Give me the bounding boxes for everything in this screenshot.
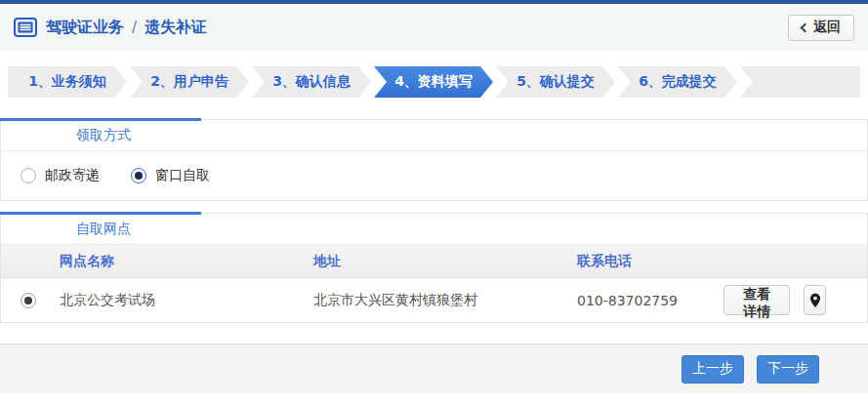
service-list-icon	[14, 18, 37, 37]
footer-action-bar: 上一步 下一步	[0, 344, 868, 393]
option-label: 邮政寄递	[45, 167, 100, 184]
location-pin-icon	[809, 293, 821, 308]
pickup-method-panel: 领取方式 邮政寄递 窗口自取	[0, 119, 868, 201]
chevron-left-icon	[801, 23, 810, 33]
wizard-step-label: 5、确认提交	[517, 73, 595, 91]
wizard-step-label: 4、资料填写	[394, 73, 473, 91]
radio-selected-icon[interactable]	[131, 168, 146, 183]
radio-unselected-icon[interactable]	[21, 168, 36, 183]
prev-step-button[interactable]: 上一步	[682, 355, 744, 384]
wizard-step-5[interactable]: 5、确认提交	[496, 66, 615, 98]
wizard-step-4-active[interactable]: 4、资料填写	[374, 66, 493, 98]
outlets-table-header: 网点名称 地址 联系电话	[1, 245, 867, 278]
back-button[interactable]: 返回	[788, 15, 854, 41]
wizard-step-3[interactable]: 3、确认信息	[252, 66, 371, 98]
wizard-step-1[interactable]: 1、业务须知	[8, 66, 127, 98]
back-button-label: 返回	[813, 19, 841, 36]
wizard-step-label: 6、完成提交	[639, 73, 717, 91]
page-title: 驾驶证业务	[46, 18, 124, 38]
wizard-step-6[interactable]: 6、完成提交	[618, 66, 737, 98]
header-outlet-name: 网点名称	[60, 253, 313, 270]
wizard-step-label: 2、用户申告	[150, 73, 228, 91]
wizard-step-label: 3、确认信息	[272, 73, 351, 91]
header-phone: 联系电话	[577, 253, 723, 270]
outlet-address: 北京市大兴区黄村镇狼堡村	[313, 292, 577, 309]
map-location-button[interactable]	[804, 285, 826, 315]
pickup-outlets-panel: 自取网点 网点名称 地址 联系电话 北京公交考试场 北京市大兴区黄村镇狼堡村 0…	[0, 213, 868, 323]
wizard-step-2[interactable]: 2、用户申告	[130, 66, 249, 98]
header-address: 地址	[313, 253, 577, 270]
page-header: 驾驶证业务 / 遗失补证 返回	[0, 4, 868, 51]
table-row: 北京公交考试场 北京市大兴区黄村镇狼堡村 010-83702759 查看详情	[1, 278, 867, 322]
option-window-pickup[interactable]: 窗口自取	[131, 167, 210, 184]
breadcrumb-separator: /	[132, 19, 137, 36]
next-step-button[interactable]: 下一步	[757, 355, 819, 384]
option-postal-delivery[interactable]: 邮政寄递	[21, 167, 100, 184]
outlet-name: 北京公交考试场	[60, 292, 313, 309]
wizard-filler	[740, 66, 860, 98]
wizard-step-label: 1、业务须知	[28, 73, 106, 91]
step-wizard: 1、业务须知 2、用户申告 3、确认信息 4、资料填写 5、确认提交 6、完成提…	[0, 66, 868, 98]
pickup-method-title: 领取方式	[76, 127, 131, 144]
row-radio-selected-icon[interactable]	[21, 293, 36, 308]
option-label: 窗口自取	[155, 167, 210, 184]
view-details-button[interactable]: 查看详情	[723, 285, 790, 315]
pickup-outlets-title-row: 自取网点	[1, 214, 867, 245]
breadcrumb-current: 遗失补证	[145, 18, 207, 38]
pickup-method-title-row: 领取方式	[1, 120, 867, 151]
outlet-phone: 010-83702759	[577, 293, 723, 308]
pickup-outlets-title: 自取网点	[76, 221, 131, 238]
pickup-options: 邮政寄递 窗口自取	[1, 151, 867, 200]
